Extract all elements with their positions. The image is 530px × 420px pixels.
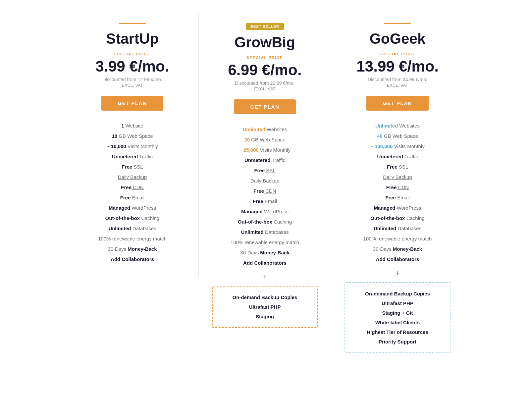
extra-feature-item: Staging + Git: [352, 308, 443, 318]
discounted-from: Discounted from 34.99 €/mo.: [344, 77, 450, 82]
feature-item: 10 GB Web Space: [80, 131, 185, 141]
extra-feature-item: Staging: [219, 312, 310, 321]
feature-item: Unlimited Databases: [212, 227, 318, 237]
feature-item: Daily Backup: [344, 172, 450, 182]
feature-item: ~ 25,000 Visits Monthly: [212, 145, 318, 155]
extra-features-box: On-demand Backup CopiesUltrafast PHPStag…: [344, 282, 450, 353]
pricing-container: StartUp SPECIAL PRICE 3.99 €/mo. Discoun…: [66, 13, 464, 366]
features-list: Unlimited Websites20 GB Web Space~ 25,00…: [212, 124, 318, 268]
feature-item: 1 Website: [80, 121, 185, 131]
feature-item: 30-Days Money-Back: [212, 247, 318, 258]
feature-item: Unmetered Traffic: [212, 155, 318, 165]
feature-item: 40 GB Web Space: [344, 131, 450, 141]
feature-item: Free SSL: [344, 162, 450, 172]
feature-item: Out-of-the-box Caching: [212, 217, 318, 227]
plan-name: GrowBig: [212, 34, 318, 50]
feature-item: Managed WordPress: [80, 203, 185, 213]
get-plan-button[interactable]: GET PLAN: [366, 96, 429, 111]
extra-feature-item: Highest Tier of Resources: [352, 327, 443, 337]
plan-price: 6.99 €/mo.: [212, 62, 318, 79]
feature-item: Free Email: [344, 192, 450, 203]
features-list: Unlimited Websites40 GB Web Space~ 100,0…: [344, 121, 450, 264]
get-plan-button[interactable]: GET PLAN: [101, 96, 164, 111]
feature-item: Unlimited Websites: [212, 124, 318, 134]
feature-item: Add Collaborators: [80, 254, 185, 264]
feature-item: Out-of-the-box Caching: [80, 213, 185, 223]
special-price-label: SPECIAL PRICE: [212, 56, 318, 60]
plus-separator: +: [212, 273, 318, 281]
feature-item: 100% renewable energy match: [212, 237, 318, 247]
plan-card-growbig: BEST SELLER GrowBig SPECIAL PRICE 6.99 €…: [199, 13, 331, 341]
feature-item: 30-Days Money-Back: [80, 244, 185, 254]
excl-vat: EXCL. VAT: [344, 83, 450, 88]
extra-feature-item: Ultrafast PHP: [219, 302, 310, 312]
feature-item: Unlimited Databases: [344, 223, 450, 234]
extra-feature-item: Ultrafast PHP: [352, 298, 443, 308]
extra-feature-item: Priority Support: [352, 337, 443, 346]
best-seller-badge: BEST SELLER: [246, 23, 284, 30]
feature-item: 100% renewable energy match: [80, 234, 185, 244]
plan-price: 13.99 €/mo.: [344, 58, 450, 75]
plan-name: GoGeek: [344, 31, 450, 47]
extra-feature-item: On-demand Backup Copies: [219, 292, 310, 302]
feature-item: Unlimited Databases: [80, 223, 185, 234]
extra-feature-item: On-demand Backup Copies: [352, 289, 443, 298]
extra-features-box: On-demand Backup CopiesUltrafast PHPStag…: [212, 286, 318, 328]
features-list: 1 Website10 GB Web Space~ 10,000 Visits …: [80, 121, 185, 264]
feature-item: Free SSL: [80, 162, 185, 172]
feature-item: Managed WordPress: [212, 206, 318, 217]
top-line-startup: [119, 23, 146, 24]
feature-item: Unmetered Traffic: [344, 151, 450, 162]
feature-item: Free CDN: [344, 182, 450, 192]
feature-item: Daily Backup: [80, 172, 185, 182]
feature-item: Unmetered Traffic: [80, 151, 185, 162]
plan-card-gogeek: GoGeek SPECIAL PRICE 13.99 €/mo. Discoun…: [331, 13, 464, 366]
special-price-label: SPECIAL PRICE: [344, 52, 450, 56]
feature-item: Free CDN: [80, 182, 185, 192]
plan-price: 3.99 €/mo.: [80, 58, 185, 75]
feature-item: Free Email: [212, 196, 318, 206]
feature-item: Free SSL: [212, 165, 318, 176]
excl-vat: EXCL. VAT: [212, 86, 318, 91]
get-plan-button[interactable]: GET PLAN: [234, 99, 296, 114]
feature-item: Unlimited Websites: [344, 121, 450, 131]
top-line-gogeek: [384, 23, 411, 24]
discounted-from: Discounted from 22.99 €/mo.: [212, 80, 318, 86]
feature-item: Managed WordPress: [344, 203, 450, 213]
extra-feature-item: White-label Clients: [352, 318, 443, 327]
feature-item: Out-of-the-box Caching: [344, 213, 450, 223]
feature-item: Free CDN: [212, 186, 318, 196]
plus-separator: +: [344, 269, 450, 278]
feature-item: 30-Days Money-Back: [344, 244, 450, 254]
feature-item: ~ 10,000 Visits Monthly: [80, 141, 185, 151]
feature-item: Add Collaborators: [212, 258, 318, 268]
feature-item: ~ 100,000 Visits Monthly: [344, 141, 450, 151]
plan-name: StartUp: [80, 31, 185, 47]
discounted-from: Discounted from 12.99 €/mo.: [80, 77, 185, 82]
feature-item: 20 GB Web Space: [212, 134, 318, 145]
special-price-label: SPECIAL PRICE: [80, 52, 185, 56]
excl-vat: EXCL. VAT: [80, 83, 185, 88]
feature-item: 100% renewable energy match: [344, 234, 450, 244]
feature-item: Daily Backup: [212, 176, 318, 186]
feature-item: Free Email: [80, 192, 185, 203]
feature-item: Add Collaborators: [344, 254, 450, 264]
plan-card-startup: StartUp SPECIAL PRICE 3.99 €/mo. Discoun…: [66, 13, 199, 278]
